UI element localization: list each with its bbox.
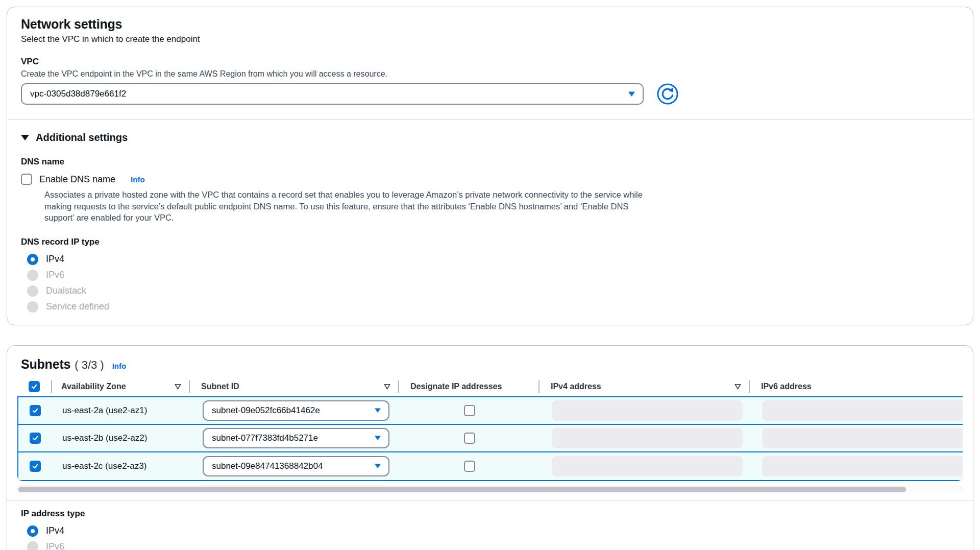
check-icon: [31, 383, 38, 390]
subnet-id-value: subnet-077f7383fd4b5271e: [212, 433, 318, 443]
ipv4-address-input: [552, 456, 743, 476]
radio-disabled-icon: [27, 541, 38, 550]
column-header-designate-ip: Designate IP addresses: [398, 377, 538, 396]
ip-address-type-label: IP address type: [21, 509, 959, 519]
column-label: Designate IP addresses: [410, 382, 502, 391]
enable-dns-checkbox[interactable]: [21, 174, 32, 185]
additional-settings-expander[interactable]: Additional settings: [21, 132, 959, 144]
sort-icon[interactable]: [734, 383, 742, 390]
subnets-title: Subnets: [21, 357, 70, 372]
enable-dns-label: Enable DNS name: [39, 174, 115, 185]
column-separator: [51, 380, 52, 393]
subnets-table-body: us-east-2a (use2-az1) subnet-09e052fc66b…: [17, 396, 963, 481]
row-checkbox[interactable]: [30, 433, 41, 444]
vpc-label: VPC: [21, 57, 959, 67]
radio-disabled-icon: [27, 270, 38, 281]
radio-option-ipv6[interactable]: IPv6: [21, 541, 959, 550]
table-row: us-east-2b (use2-az2) subnet-077f7383fd4…: [18, 425, 963, 452]
check-icon: [32, 435, 39, 442]
radio-label: IPv6: [46, 541, 64, 550]
refresh-icon: [657, 83, 678, 105]
subnet-id-select[interactable]: subnet-09e84741368842b04: [203, 456, 389, 476]
availability-zone-cell: us-east-2a (use2-az1): [52, 397, 190, 424]
column-label: Availability Zone: [61, 382, 126, 391]
scrollbar-thumb[interactable]: [18, 487, 906, 492]
column-label: Subnet ID: [201, 382, 239, 391]
ipv4-address-input: [552, 428, 743, 448]
sort-icon[interactable]: [174, 383, 182, 390]
additional-settings-label: Additional settings: [36, 132, 128, 144]
designate-ip-checkbox[interactable]: [464, 405, 475, 416]
dns-info-link[interactable]: Info: [131, 175, 145, 184]
column-header-subnet-id[interactable]: Subnet ID: [189, 377, 398, 396]
dns-name-label: DNS name: [21, 157, 959, 167]
subnets-info-link[interactable]: Info: [112, 362, 127, 370]
column-separator: [398, 380, 399, 393]
radio-option-service-defined[interactable]: Service defined: [21, 301, 959, 313]
radio-disabled-icon: [27, 285, 38, 297]
check-icon: [32, 407, 39, 414]
radio-option-dualstack[interactable]: Dualstack: [21, 285, 959, 297]
radio-label: IPv4: [46, 525, 64, 536]
radio-selected-icon: [27, 254, 38, 265]
designate-ip-checkbox[interactable]: [464, 433, 475, 444]
caret-down-icon: [628, 91, 635, 97]
radio-label: Dualstack: [46, 285, 86, 296]
radio-option-ipv4[interactable]: IPv4: [21, 254, 959, 265]
radio-option-ipv6[interactable]: IPv6: [21, 270, 959, 281]
ipv6-address-input: [762, 428, 963, 448]
vpc-select[interactable]: vpc-0305d38d879e661f2: [21, 83, 644, 105]
dns-description: Associates a private hosted zone with th…: [44, 189, 654, 224]
radio-disabled-icon: [27, 301, 38, 313]
table-row: us-east-2a (use2-az1) subnet-09e052fc66b…: [18, 397, 963, 425]
radio-label: IPv6: [46, 270, 64, 280]
subnets-table-header: Availability Zone Subnet ID Designate IP…: [17, 377, 963, 396]
column-header-ipv6-address: IPv6 address: [749, 377, 963, 396]
vpc-description: Create the VPC endpoint in the VPC in th…: [21, 69, 959, 79]
column-separator: [749, 380, 750, 393]
availability-zone-cell: us-east-2b (use2-az2): [52, 425, 190, 451]
network-settings-card: Network settings Select the VPC in which…: [7, 7, 973, 325]
horizontal-scrollbar: [17, 486, 963, 493]
ipv6-address-input: [762, 400, 963, 421]
radio-label: IPv4: [46, 254, 64, 265]
caret-down-icon: [374, 463, 381, 469]
column-separator: [538, 380, 540, 393]
ipv4-address-input: [552, 400, 743, 421]
expander-triangle-icon: [21, 135, 29, 140]
caret-down-icon: [374, 435, 381, 441]
radio-selected-icon: [27, 525, 38, 537]
sort-icon[interactable]: [383, 383, 391, 390]
subnet-id-select[interactable]: subnet-09e052fc66b41462e: [203, 400, 389, 421]
subnets-table: Availability Zone Subnet ID Designate IP…: [17, 377, 963, 481]
vpc-select-value: vpc-0305d38d879e661f2: [30, 89, 126, 99]
column-header-ipv4-address[interactable]: IPv4 address: [538, 377, 749, 396]
radio-option-ipv4[interactable]: IPv4: [21, 525, 959, 537]
designate-ip-checkbox[interactable]: [464, 461, 475, 472]
table-row: us-east-2c (use2-az3) subnet-09e84741368…: [18, 452, 963, 480]
section-divider: [7, 119, 973, 119]
select-all-checkbox[interactable]: [29, 381, 40, 392]
refresh-button[interactable]: [657, 83, 678, 105]
check-icon: [32, 463, 39, 470]
network-settings-title: Network settings: [21, 16, 959, 32]
column-label: IPv6 address: [761, 382, 812, 391]
column-separator: [189, 380, 190, 393]
radio-label: Service defined: [46, 301, 109, 312]
row-checkbox[interactable]: [30, 461, 41, 472]
row-checkbox[interactable]: [30, 405, 41, 416]
subnet-id-value: subnet-09e052fc66b41462e: [212, 405, 320, 416]
ipv6-address-input: [762, 456, 963, 476]
subnet-id-select[interactable]: subnet-077f7383fd4b5271e: [203, 428, 389, 448]
subnets-card: Subnets ( 3/3 ) Info Availability Zone S…: [7, 345, 973, 550]
network-settings-subtitle: Select the VPC in which to create the en…: [21, 34, 959, 44]
subnet-id-value: subnet-09e84741368842b04: [212, 461, 323, 471]
dns-record-ip-type-group: IPv4 IPv6 Dualstack Service defined: [21, 254, 959, 313]
caret-down-icon: [374, 408, 381, 413]
column-header-availability-zone[interactable]: Availability Zone: [51, 377, 189, 396]
availability-zone-cell: us-east-2c (use2-az3): [52, 452, 190, 480]
column-label: IPv4 address: [551, 382, 601, 391]
subnets-count: ( 3/3 ): [75, 358, 104, 372]
ip-address-type-group: IPv4 IPv6 Dualstack: [21, 525, 959, 550]
dns-record-ip-type-label: DNS record IP type: [21, 237, 959, 247]
